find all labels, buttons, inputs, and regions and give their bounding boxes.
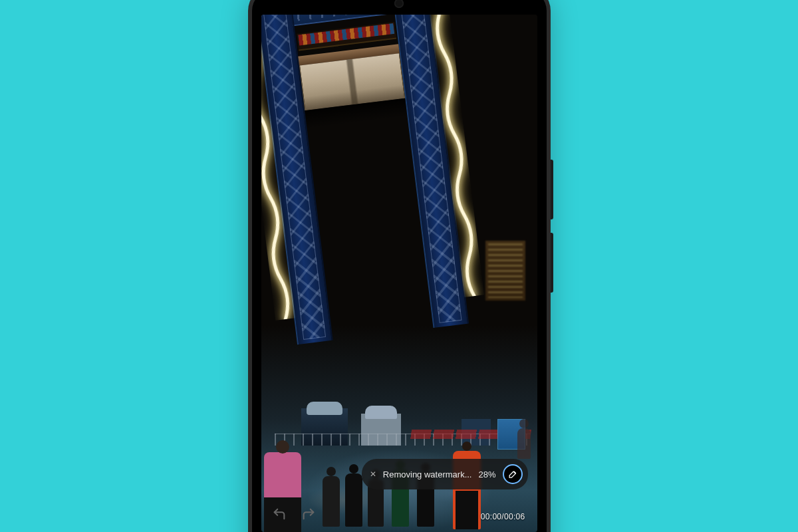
toast-message: Removing watermark...	[383, 469, 472, 479]
toast-progress: 28%	[478, 469, 495, 479]
background-building	[485, 241, 525, 301]
history-controls	[272, 507, 316, 521]
ride-tower	[261, 15, 472, 371]
ride-carriage	[298, 44, 407, 129]
eraser-icon[interactable]	[503, 464, 523, 484]
person-silhouette	[345, 473, 362, 527]
video-editor-screen: ✕ Removing watermark...28%	[252, 0, 547, 532]
phone-device-frame: ✕ Removing watermark...28%	[248, 0, 551, 532]
undo-button[interactable]	[272, 507, 287, 521]
phone-screen: ✕ Removing watermark...28%	[252, 0, 547, 532]
time-total: 00:06	[504, 512, 525, 521]
redo-button[interactable]	[301, 507, 316, 521]
video-preview[interactable]: ✕ Removing watermark...28%	[261, 15, 537, 532]
time-current: 00:00	[481, 512, 502, 521]
toast-dismiss-icon[interactable]: ✕	[370, 469, 376, 479]
video-frame-content	[261, 15, 537, 532]
person-silhouette	[323, 476, 340, 527]
timecode-display: 00:00/00:06	[481, 512, 525, 521]
progress-toast: ✕ Removing watermark...28%	[362, 459, 528, 489]
person-distant	[517, 428, 531, 459]
volume-up-hw-button	[551, 160, 553, 219]
volume-down-hw-button	[551, 233, 553, 293]
